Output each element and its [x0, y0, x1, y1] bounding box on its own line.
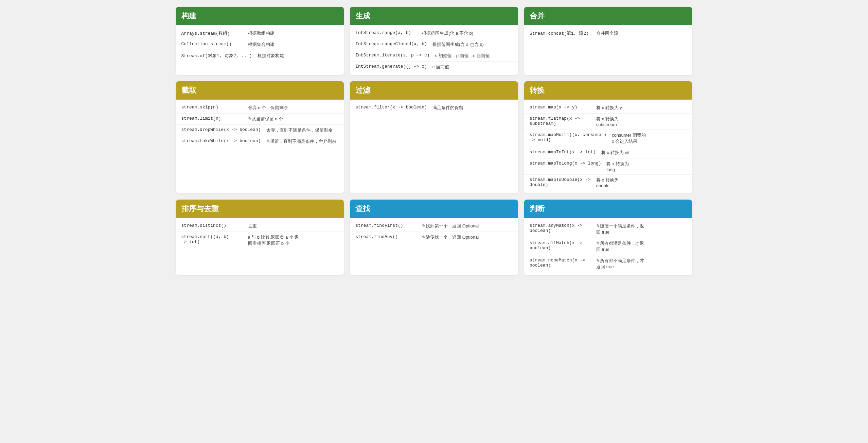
desc-text: 将 x 转换为 long [606, 161, 687, 172]
desc-text: 满足条件的保留 [432, 105, 513, 111]
method-text: IntStream.generate(() -> c) [355, 64, 427, 69]
table-row: stream.anyMatch(x -> boolean)✎随便一个满足条件，返… [524, 221, 692, 238]
method-text: IntStream.iterate(s, p -> c) [355, 53, 429, 58]
card-sort: 排序与去重stream.distinct()去重stream.sort((a, … [176, 200, 344, 275]
method-text: stream.map(x -> y) [530, 105, 591, 110]
table-row: stream.allMatch(x -> boolean)✎所有都满足条件，才返… [524, 238, 692, 255]
method-text: stream.sort((a, b) -> int) [181, 234, 243, 244]
table-row: stream.mapToInt(x -> int)将 x 转换为 int [524, 147, 692, 158]
desc-text: 舍弃 n 个，保留剩余 [248, 105, 339, 111]
card-header-find: 查找 [350, 200, 518, 218]
card-body-generate: IntStream.range(a, b)根据范围生成(含 a 不含 b)Int… [350, 25, 518, 75]
table-row: Stream.concat(流1, 流2)合并两个流 [524, 28, 692, 39]
card-header-judge: 判断 [524, 200, 692, 218]
table-row: Collection.stream()根据集合构建 [176, 39, 344, 50]
method-text: Stream.concat(流1, 流2) [530, 30, 591, 36]
method-text: stream.takeWhile(x -> boolean) [181, 138, 261, 143]
method-text: stream.anyMatch(x -> boolean) [530, 223, 591, 233]
desc-text: ✎找到第一个，返回 Optional [422, 223, 513, 229]
card-body-slice: stream.skip(n)舍弃 n 个，保留剩余stream.limit(n)… [176, 100, 344, 150]
card-header-filter: 过滤 [350, 81, 518, 100]
card-body-filter: stream.filter(x -> boolean)满足条件的保留 [350, 100, 518, 116]
desc-text: s 初始值，p 前值，c 当前值 [435, 53, 513, 59]
card-body-find: stream.findFirst()✎找到第一个，返回 Optionalstre… [350, 218, 518, 245]
main-grid: 构建Arrays.stream(数组)根据数组构建Collection.stre… [176, 7, 692, 275]
desc-text: 合并两个流 [596, 30, 687, 36]
card-body-merge: Stream.concat(流1, 流2)合并两个流 [524, 25, 692, 41]
desc-text: a 与 b 比较,返回负 a 小,返 回零相等,返回正 b 小 [248, 234, 339, 246]
table-row: IntStream.generate(() -> c)c 当前值 [350, 62, 518, 72]
table-row: stream.distinct()去重 [176, 221, 344, 232]
table-row: Arrays.stream(数组)根据数组构建 [176, 28, 344, 39]
table-row: IntStream.range(a, b)根据范围生成(含 a 不含 b) [350, 28, 518, 39]
method-text: Collection.stream() [181, 41, 243, 47]
desc-text: ✎所有都不满足条件，才 返回 true [596, 258, 687, 270]
desc-text: 根据数组构建 [248, 30, 339, 36]
method-text: stream.mapMulti((x, consumer) -> void) [530, 132, 606, 142]
method-text: stream.allMatch(x -> boolean) [530, 240, 591, 251]
card-slice: 截取stream.skip(n)舍弃 n 个，保留剩余stream.limit(… [176, 81, 344, 193]
card-merge: 合并Stream.concat(流1, 流2)合并两个流 [524, 7, 692, 75]
table-row: stream.sort((a, b) -> int)a 与 b 比较,返回负 a… [176, 232, 344, 249]
method-text: stream.limit(n) [181, 116, 243, 121]
card-header-slice: 截取 [176, 81, 344, 100]
method-text: stream.dropWhile(x -> boolean) [181, 127, 261, 132]
method-text: stream.distinct() [181, 223, 243, 228]
card-transform: 转换stream.map(x -> y)将 x 转换为 ystream.flat… [524, 81, 692, 193]
desc-text: ✎随便找一个，返回 Optional [422, 234, 513, 240]
table-row: stream.mapMulti((x, consumer) -> void)co… [524, 130, 692, 147]
desc-text: consumer 消费的 x 会进入结果 [612, 132, 687, 144]
desc-text: 根据对象构建 [258, 53, 339, 59]
table-row: stream.findFirst()✎找到第一个，返回 Optional [350, 221, 518, 232]
desc-text: 去重 [248, 223, 339, 229]
method-text: stream.flatMap(x -> substream) [530, 116, 591, 126]
desc-text: 将 x 转换为 substream [596, 116, 687, 127]
card-filter: 过滤stream.filter(x -> boolean)满足条件的保留 [350, 81, 518, 193]
table-row: stream.map(x -> y)将 x 转换为 y [524, 102, 692, 114]
method-text: stream.mapToInt(x -> int) [530, 150, 596, 155]
card-judge: 判断stream.anyMatch(x -> boolean)✎随便一个满足条件… [524, 200, 692, 275]
method-text: IntStream.rangeClosed(a, b) [355, 41, 427, 47]
card-construct: 构建Arrays.stream(数组)根据数组构建Collection.stre… [176, 7, 344, 75]
table-row: stream.filter(x -> boolean)满足条件的保留 [350, 102, 518, 113]
desc-text: c 当前值 [432, 64, 513, 70]
method-text: stream.findAny() [355, 234, 417, 239]
table-row: stream.findAny()✎随便找一个，返回 Optional [350, 232, 518, 243]
method-text: stream.skip(n) [181, 105, 243, 110]
desc-text: 将 x 转换为 int [601, 150, 687, 156]
card-header-sort: 排序与去重 [176, 200, 344, 218]
method-text: Arrays.stream(数组) [181, 30, 243, 36]
table-row: stream.mapToDouble(x -> double)将 x 转换为 d… [524, 175, 692, 191]
table-row: stream.limit(n)✎从当前保留 n 个 [176, 114, 344, 125]
table-row: stream.dropWhile(x -> boolean)舍弃，直到不满足条件… [176, 125, 344, 136]
method-text: stream.noneMatch(x -> boolean) [530, 258, 591, 268]
desc-text: 根据范围生成(含 a 不含 b) [422, 30, 513, 36]
table-row: stream.skip(n)舍弃 n 个，保留剩余 [176, 102, 344, 114]
card-body-transform: stream.map(x -> y)将 x 转换为 ystream.flatMa… [524, 100, 692, 193]
card-find: 查找stream.findFirst()✎找到第一个，返回 Optionalst… [350, 200, 518, 275]
table-row: stream.takeWhile(x -> boolean)✎保留，直到不满足条… [176, 136, 344, 147]
card-generate: 生成IntStream.range(a, b)根据范围生成(含 a 不含 b)I… [350, 7, 518, 75]
desc-text: ✎从当前保留 n 个 [248, 116, 339, 122]
method-text: stream.mapToDouble(x -> double) [530, 177, 591, 187]
desc-text: ✎随便一个满足条件，返 回 true [596, 223, 687, 235]
method-text: Stream.of(对象1, 对象2, ...) [181, 53, 252, 59]
desc-text: ✎所有都满足条件，才返 回 true [596, 240, 687, 253]
method-text: stream.findFirst() [355, 223, 417, 228]
method-text: stream.filter(x -> boolean) [355, 105, 427, 110]
card-header-generate: 生成 [350, 7, 518, 25]
table-row: Stream.of(对象1, 对象2, ...)根据对象构建 [176, 50, 344, 61]
table-row: stream.mapToLong(x -> long)将 x 转换为 long [524, 158, 692, 175]
desc-text: 舍弃，直到不满足条件，保留剩余 [266, 127, 339, 133]
card-header-construct: 构建 [176, 7, 344, 25]
desc-text: ✎保留，直到不满足条件，舍弃剩余 [266, 138, 339, 144]
method-text: stream.mapToLong(x -> long) [530, 161, 601, 166]
card-body-sort: stream.distinct()去重stream.sort((a, b) ->… [176, 218, 344, 252]
table-row: stream.flatMap(x -> substream)将 x 转换为 su… [524, 114, 692, 130]
desc-text: 根据范围生成(含 a 也含 b) [432, 41, 513, 48]
desc-text: 根据集合构建 [248, 41, 339, 48]
table-row: stream.noneMatch(x -> boolean)✎所有都不满足条件，… [524, 255, 692, 272]
card-header-merge: 合并 [524, 7, 692, 25]
desc-text: 将 x 转换为 y [596, 105, 687, 111]
method-text: IntStream.range(a, b) [355, 30, 417, 35]
